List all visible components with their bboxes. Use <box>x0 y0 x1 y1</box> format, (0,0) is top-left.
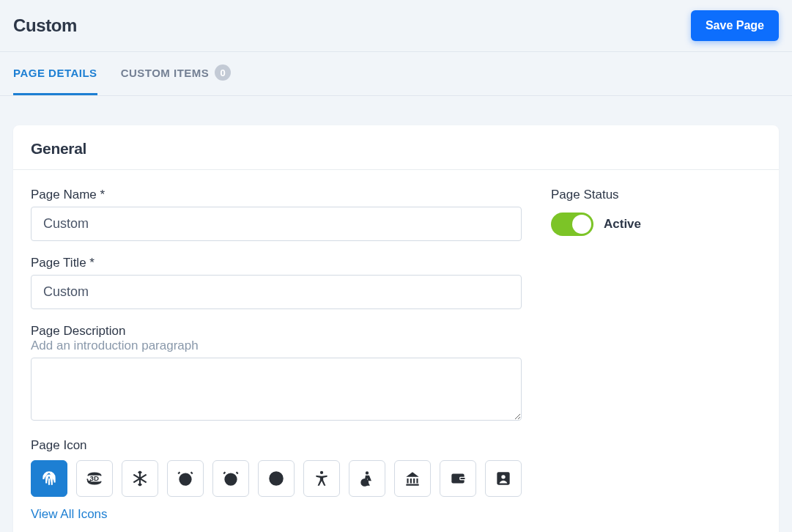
tab-label: PAGE DETAILS <box>13 67 97 79</box>
tab-label: CUSTOM ITEMS <box>121 67 210 79</box>
toggle-knob <box>572 215 591 234</box>
clock-icon[interactable] <box>258 460 295 497</box>
general-card: General Page Name * Page Title * Page De… <box>13 125 779 532</box>
page-icon-field: Page Icon 3D <box>31 438 522 522</box>
icon-grid: 3D <box>31 460 522 497</box>
page-status-label: Page Status <box>551 188 761 202</box>
tab-count-badge: 0 <box>215 64 231 81</box>
account-box-icon[interactable] <box>485 460 522 497</box>
left-column: Page Name * Page Title * Page Descriptio… <box>31 188 522 529</box>
svg-rect-9 <box>460 478 465 479</box>
tab-custom-items[interactable]: CUSTOM ITEMS 0 <box>121 52 232 95</box>
page-title-field: Page Title * <box>31 256 522 309</box>
accessibility-icon[interactable] <box>303 460 340 497</box>
status-toggle-row: Active <box>551 213 761 236</box>
svg-point-6 <box>361 479 368 486</box>
fingerprint-icon[interactable] <box>31 460 67 497</box>
rotation-3d-icon[interactable]: 3D <box>76 460 113 497</box>
page-description-hint: Add an introduction paragraph <box>31 339 522 353</box>
page-name-field: Page Name * <box>31 188 522 241</box>
status-toggle[interactable] <box>551 213 593 236</box>
snowflake-icon[interactable] <box>122 460 158 497</box>
page-icon-label: Page Icon <box>31 438 522 453</box>
tab-page-details[interactable]: PAGE DETAILS <box>13 52 97 95</box>
page-description-label: Page Description <box>31 324 522 339</box>
page-title-input[interactable] <box>31 275 522 309</box>
card-body: Page Name * Page Title * Page Descriptio… <box>13 170 779 532</box>
svg-point-5 <box>366 471 369 474</box>
page-header: Custom Save Page <box>0 0 792 52</box>
accessible-icon[interactable] <box>349 460 385 497</box>
view-all-icons-link[interactable]: View All Icons <box>31 507 108 522</box>
alarm-icon[interactable] <box>167 460 204 497</box>
wallet-icon[interactable] <box>440 460 476 497</box>
status-text: Active <box>604 217 641 232</box>
card-header: General <box>13 125 779 170</box>
page-title: Custom <box>13 15 77 36</box>
page-name-input[interactable] <box>31 207 522 241</box>
page-name-label: Page Name * <box>31 188 522 202</box>
section-title: General <box>31 140 761 158</box>
tab-bar: PAGE DETAILS CUSTOM ITEMS 0 <box>0 52 792 96</box>
page-description-field: Page Description Add an introduction par… <box>31 324 522 424</box>
svg-point-11 <box>501 475 505 479</box>
page-description-input[interactable] <box>31 358 522 421</box>
bank-icon[interactable] <box>394 460 431 497</box>
content-area: General Page Name * Page Title * Page De… <box>0 96 792 532</box>
save-page-button[interactable]: Save Page <box>691 10 779 41</box>
svg-point-4 <box>320 471 323 474</box>
right-column: Page Status Active <box>551 188 761 529</box>
page-title-label: Page Title * <box>31 256 522 270</box>
alarm-add-icon[interactable] <box>212 460 249 497</box>
